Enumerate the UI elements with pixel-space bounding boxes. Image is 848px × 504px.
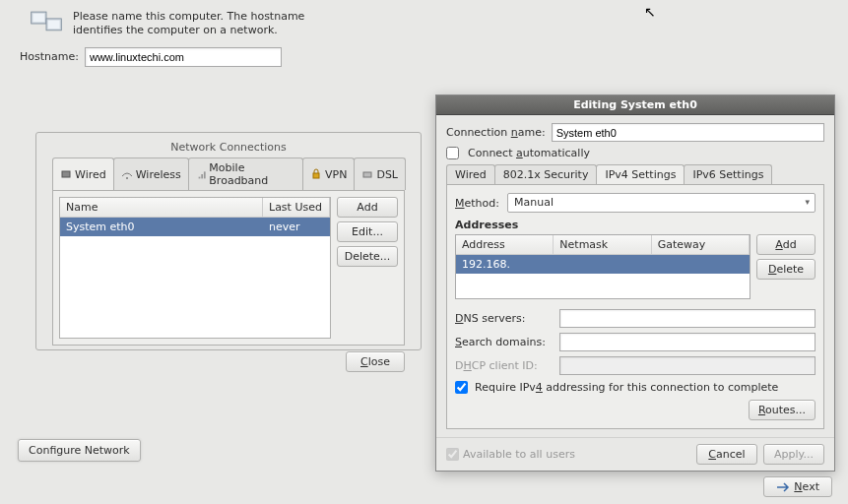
connection-name-input[interactable] [552, 123, 824, 142]
computer-icon [30, 10, 63, 37]
tab-wireless[interactable]: Wireless [113, 158, 189, 190]
wireless-icon [121, 168, 133, 180]
addr-add-button[interactable]: Add [756, 234, 815, 255]
col-address: Address [456, 235, 554, 254]
search-domains-label: Search domains: [455, 336, 554, 348]
tab-dsl-label: DSL [376, 168, 398, 181]
col-gateway: Gateway [652, 235, 750, 254]
hostname-label: Hostname: [20, 50, 79, 63]
connection-tabs: Wired Wireless Mobile Broadband VPN DSL [52, 158, 405, 190]
col-last-used: Last Used [263, 198, 330, 217]
row-last: never [263, 218, 330, 236]
edit-button[interactable]: Edit... [337, 221, 398, 242]
header: Please name this computer. The hostname … [0, 0, 848, 43]
tab-mobile-label: Mobile Broadband [209, 161, 295, 187]
dialog-title: Editing System eth0 [436, 95, 834, 115]
dhcp-client-label: DHCP client ID: [455, 359, 554, 372]
dlg-tab-wired[interactable]: Wired [446, 164, 495, 184]
addr-delete-button[interactable]: Delete [756, 259, 815, 280]
svg-rect-10 [363, 172, 371, 177]
mobile-icon [196, 168, 207, 180]
tab-dsl[interactable]: DSL [354, 158, 406, 190]
wired-tab-content: Name Last Used System eth0 never Add Edi… [52, 190, 405, 346]
connection-list[interactable]: Name Last Used System eth0 never [59, 197, 331, 339]
routes-button[interactable]: Routes... [749, 400, 815, 420]
configure-network-button[interactable]: Configure Network [18, 439, 141, 462]
wired-icon [60, 168, 72, 180]
require-ipv4-checkbox[interactable] [455, 381, 468, 394]
tab-wireless-label: Wireless [136, 168, 181, 181]
dns-label: DNS servers: [455, 312, 554, 325]
svg-rect-8 [204, 171, 206, 178]
available-all-users: Available to all users [446, 448, 575, 461]
list-buttons: Add Edit... Delete... [337, 197, 398, 339]
svg-point-5 [126, 177, 128, 179]
next-button[interactable]: Next [763, 476, 832, 497]
cancel-button[interactable]: Cancel [696, 444, 757, 465]
ipv4-tab-content: Method: Manual Addresses Address Netmask… [446, 184, 824, 429]
delete-button[interactable]: Delete... [337, 246, 398, 267]
svg-rect-7 [201, 174, 203, 178]
svg-rect-4 [62, 171, 70, 177]
cell-address: 192.168. [456, 255, 554, 274]
next-label: Next [794, 480, 819, 493]
svg-rect-9 [313, 173, 319, 178]
available-label: Available to all users [463, 448, 575, 461]
available-checkbox [446, 448, 459, 461]
cell-netmask [554, 255, 651, 274]
connection-name-label: Connection name: [446, 126, 546, 139]
tab-vpn[interactable]: VPN [302, 158, 355, 190]
add-button[interactable]: Add [337, 197, 398, 218]
apply-button[interactable]: Apply... [763, 444, 824, 465]
hostname-input[interactable] [85, 47, 282, 67]
dlg-tab-ipv6[interactable]: IPv6 Settings [684, 164, 772, 184]
close-button[interactable]: Close [346, 351, 405, 372]
edit-connection-dialog: Editing System eth0 Connection name: Con… [435, 94, 835, 472]
list-row[interactable]: System eth0 never [60, 218, 330, 236]
header-instructions: Please name this computer. The hostname … [73, 10, 349, 38]
vpn-icon [310, 168, 322, 180]
method-label: Method: [455, 197, 499, 210]
connect-auto-label: Connect automatically [468, 147, 590, 159]
tab-vpn-label: VPN [325, 168, 347, 181]
dns-input[interactable] [559, 309, 815, 328]
dsl-icon [361, 168, 373, 180]
svg-rect-3 [48, 21, 60, 30]
network-connections-panel: Network Connections Wired Wireless Mobil… [35, 132, 422, 350]
address-row[interactable]: 192.168. [456, 255, 750, 274]
svg-rect-6 [198, 177, 200, 179]
dhcp-client-input [559, 356, 815, 375]
list-header: Name Last Used [60, 198, 330, 218]
dlg-tab-ipv4[interactable]: IPv4 Settings [596, 164, 685, 184]
method-combo[interactable]: Manual [507, 193, 815, 213]
connect-auto-checkbox[interactable] [446, 147, 459, 159]
addresses-title: Addresses [455, 219, 815, 231]
require-ipv4-label: Require IPv4 addressing for this connect… [475, 381, 778, 394]
cell-gateway [652, 255, 750, 274]
tab-mobile[interactable]: Mobile Broadband [188, 158, 303, 190]
row-name: System eth0 [60, 218, 263, 236]
svg-rect-1 [33, 14, 44, 22]
col-netmask: Netmask [554, 235, 651, 254]
dlg-tab-security[interactable]: 802.1x Security [494, 164, 598, 184]
col-name: Name [60, 198, 263, 217]
tab-wired[interactable]: Wired [52, 158, 114, 190]
tab-wired-label: Wired [75, 168, 106, 181]
network-connections-title: Network Connections [164, 141, 292, 154]
next-arrow-icon [776, 482, 790, 492]
search-domains-input[interactable] [559, 333, 815, 351]
addresses-table[interactable]: Address Netmask Gateway 192.168. [455, 234, 750, 299]
